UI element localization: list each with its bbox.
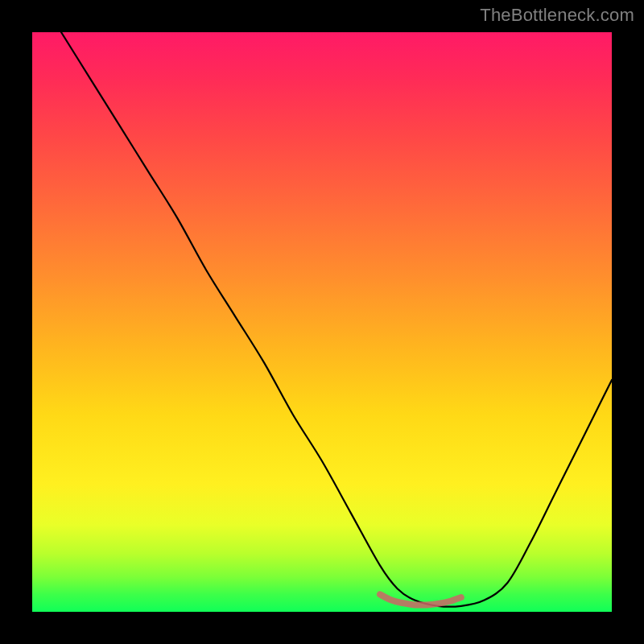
plot-area	[32, 32, 612, 612]
chart-frame: TheBottleneck.com	[0, 0, 644, 644]
bottleneck-curve	[61, 32, 612, 607]
curve-layer	[32, 32, 612, 612]
low-range-marker	[380, 594, 461, 605]
watermark-text: TheBottleneck.com	[480, 5, 634, 26]
